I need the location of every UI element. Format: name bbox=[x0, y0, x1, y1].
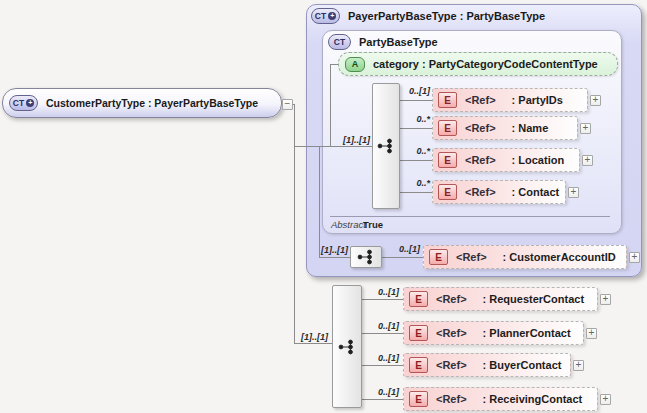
expand-icon[interactable]: + bbox=[580, 123, 591, 134]
attribute-icon: A bbox=[345, 57, 365, 72]
element-name: : BuyerContact bbox=[483, 359, 562, 371]
expand-icon[interactable]: + bbox=[568, 187, 579, 198]
element-ref-tag: <Ref> bbox=[465, 186, 496, 198]
plus-badge-icon: + bbox=[26, 99, 34, 107]
cardinality-label: 0..[1] bbox=[363, 321, 399, 331]
sequence-icon bbox=[357, 249, 375, 265]
cardinality-label: 0..[1] bbox=[363, 353, 399, 363]
element-ref-tag: <Ref> bbox=[436, 393, 467, 405]
partybase-box-header: CT PartyBaseType bbox=[328, 34, 438, 50]
element-name: : PlannerContact bbox=[483, 327, 571, 339]
connector-line bbox=[294, 104, 295, 344]
connector-line bbox=[294, 146, 372, 147]
cardinality-label: 0..[1] bbox=[394, 86, 430, 96]
element-buyercontact[interactable]: E <Ref> : BuyerContact bbox=[403, 353, 571, 377]
element-name: : Name bbox=[512, 122, 549, 134]
expand-icon[interactable]: + bbox=[600, 394, 611, 405]
element-icon: E bbox=[409, 357, 428, 373]
element-name: : CustomerAccountID bbox=[503, 251, 616, 263]
connector-line bbox=[330, 64, 338, 65]
element-receivingcontact[interactable]: E <Ref> : ReceivingContact bbox=[403, 387, 598, 411]
expand-icon[interactable]: + bbox=[590, 95, 601, 106]
connector-line bbox=[400, 192, 432, 193]
element-icon: E bbox=[409, 325, 428, 341]
element-icon: E bbox=[438, 184, 457, 200]
complextype-extension-icon: CT+ bbox=[9, 95, 38, 111]
element-location[interactable]: E <Ref> : Location bbox=[432, 148, 580, 172]
element-ref-tag: <Ref> bbox=[465, 122, 496, 134]
element-ref-tag: <Ref> bbox=[456, 251, 487, 263]
cardinality-label: 0..[1] bbox=[363, 387, 399, 397]
expand-icon[interactable]: + bbox=[586, 328, 597, 339]
connector-line bbox=[400, 100, 432, 101]
partybase-box-title: PartyBaseType bbox=[359, 36, 438, 48]
root-node-customerpartytype[interactable]: CT+ CustomerPartyType : PayerPartyBaseTy… bbox=[2, 88, 282, 118]
connector-line bbox=[294, 343, 332, 344]
cardinality-label: 0..* bbox=[400, 178, 430, 188]
connector-line bbox=[400, 128, 432, 129]
cardinality-label: [1]..[1] bbox=[336, 135, 370, 145]
element-ref-tag: <Ref> bbox=[465, 94, 496, 106]
element-icon: E bbox=[438, 92, 457, 108]
connector-line bbox=[362, 399, 403, 400]
connector-line bbox=[382, 257, 423, 258]
complextype-extension-icon: CT+ bbox=[311, 8, 340, 24]
connector-line bbox=[362, 365, 403, 366]
element-name: : RequesterContact bbox=[483, 293, 584, 305]
connector-line bbox=[400, 160, 432, 161]
abstract-value: True bbox=[363, 219, 383, 230]
element-ref-tag: <Ref> bbox=[436, 293, 467, 305]
element-contact[interactable]: E <Ref> : Contact bbox=[432, 180, 566, 204]
cardinality-label: 0..* bbox=[400, 146, 430, 156]
element-name[interactable]: E <Ref> : Name bbox=[432, 116, 578, 140]
expand-icon[interactable]: + bbox=[582, 155, 593, 166]
cardinality-label: [1]..[1] bbox=[320, 245, 348, 255]
element-ref-tag: <Ref> bbox=[436, 359, 467, 371]
attribute-category[interactable]: A category : PartyCategoryCodeContentTyp… bbox=[338, 52, 618, 76]
element-icon: E bbox=[438, 120, 457, 136]
sequence-icon bbox=[338, 339, 356, 355]
payer-box-header: CT+ PayerPartyBaseType : PartyBaseType bbox=[311, 8, 545, 24]
expand-icon[interactable]: + bbox=[573, 360, 584, 371]
connector-line bbox=[319, 146, 320, 257]
sequence-icon bbox=[377, 138, 395, 154]
cardinality-label: 0..[1] bbox=[384, 244, 420, 254]
cardinality-label: 0..[1] bbox=[363, 287, 399, 297]
connector-line bbox=[330, 64, 331, 146]
sequence-indicator-account[interactable] bbox=[350, 246, 382, 268]
connector-line bbox=[362, 333, 403, 334]
element-partyids[interactable]: E <Ref> : PartyIDs bbox=[432, 88, 588, 112]
cardinality-label: 0..* bbox=[400, 114, 430, 124]
connector-line bbox=[319, 257, 350, 258]
cardinality-label: [1]..[1] bbox=[300, 332, 328, 342]
element-plannercontact[interactable]: E <Ref> : PlannerContact bbox=[403, 321, 584, 345]
element-name: : ReceivingContact bbox=[483, 393, 583, 405]
element-customeraccountid[interactable]: E <Ref> : CustomerAccountID bbox=[423, 245, 627, 269]
collapse-icon[interactable]: − bbox=[282, 99, 293, 110]
element-ref-tag: <Ref> bbox=[436, 327, 467, 339]
payer-box-title: PayerPartyBaseType : PartyBaseType bbox=[348, 10, 545, 22]
plus-badge-icon: + bbox=[328, 12, 336, 20]
attribute-label: category : PartyCategoryCodeContentType bbox=[373, 58, 598, 70]
element-requestercontact[interactable]: E <Ref> : RequesterContact bbox=[403, 287, 598, 311]
element-ref-tag: <Ref> bbox=[465, 154, 496, 166]
sequence-indicator-partybase[interactable] bbox=[372, 83, 400, 209]
element-icon: E bbox=[409, 391, 428, 407]
expand-icon[interactable]: + bbox=[629, 252, 640, 263]
schema-diagram: CT+ PayerPartyBaseType : PartyBaseType C… bbox=[0, 0, 647, 413]
element-icon: E bbox=[409, 291, 428, 307]
connector-line bbox=[362, 299, 403, 300]
abstract-label: Abstract bbox=[331, 219, 366, 230]
element-icon: E bbox=[429, 249, 448, 265]
element-name: : Contact bbox=[512, 186, 560, 198]
element-name: : Location bbox=[512, 154, 565, 166]
element-icon: E bbox=[438, 152, 457, 168]
element-name: : PartyIDs bbox=[512, 94, 563, 106]
expand-icon[interactable]: + bbox=[600, 294, 611, 305]
sequence-indicator-contacts[interactable] bbox=[332, 285, 362, 408]
root-node-label: CustomerPartyType : PayerPartyBaseType bbox=[46, 97, 258, 109]
divider bbox=[330, 216, 610, 217]
complextype-icon: CT bbox=[328, 34, 351, 50]
